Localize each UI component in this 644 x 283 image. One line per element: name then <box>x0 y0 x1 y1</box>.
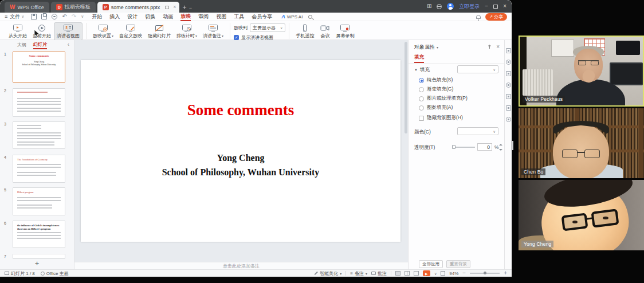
participants-scrollbar[interactable] <box>512 141 513 150</box>
sidebar-strip-icon-3[interactable] <box>506 71 511 76</box>
slide-affiliation[interactable]: School of Philosophy, Wuhan University <box>81 167 400 178</box>
redo-icon[interactable]: ↷ <box>72 14 76 19</box>
new-tab-button[interactable]: + <box>183 3 187 11</box>
window-close-button[interactable]: × <box>503 3 506 9</box>
tab-list-icon[interactable]: − <box>189 5 192 11</box>
rehearse-timing-button[interactable]: 排练计时▾ <box>174 22 200 41</box>
save-icon[interactable] <box>31 14 37 19</box>
avatar[interactable] <box>447 3 454 10</box>
panel-close-icon[interactable]: × <box>496 44 500 50</box>
play-slideshow-button[interactable]: ▶ <box>423 270 430 276</box>
slides-tab[interactable]: 幻灯片 <box>33 41 47 49</box>
show-presenter-checkbox[interactable]: ✓ <box>234 35 239 40</box>
zoom-in-button[interactable]: + <box>504 270 507 276</box>
minimize-button[interactable]: − <box>485 3 488 9</box>
tab-design[interactable]: 设计 <box>127 13 138 21</box>
sidebar-strip-icon-5[interactable] <box>506 94 511 99</box>
tab-animation[interactable]: 动画 <box>163 13 173 21</box>
normal-view-button[interactable] <box>395 271 400 276</box>
video-tile-chenbo[interactable]: Chen Bo <box>519 108 644 178</box>
spinner-down-icon[interactable] <box>499 149 502 151</box>
thumbnail-slide-7[interactable] <box>13 254 65 259</box>
wps-home-tab[interactable]: W WPS Office <box>5 2 49 13</box>
sidebar-strip-icon-4[interactable] <box>506 82 511 88</box>
spinner-up-icon[interactable] <box>499 144 502 146</box>
hamburger-icon[interactable]: ≡ <box>5 14 7 19</box>
pattern-fill-radio[interactable] <box>419 105 424 111</box>
hide-background-option[interactable]: 隐藏背景图形(H) <box>419 115 463 121</box>
solid-fill-radio[interactable] <box>419 78 424 83</box>
tab-insert[interactable]: 插入 <box>109 13 120 21</box>
file-menu[interactable]: 文件 <box>10 13 20 21</box>
thumbnail-slide-1[interactable]: Some comments Yong Cheng School of Philo… <box>13 52 65 82</box>
thumbnail-slide-5[interactable]: Hilbert program <box>13 187 65 215</box>
outline-tab[interactable]: 大纲 <box>17 42 26 48</box>
zoom-slider-thumb[interactable] <box>484 272 486 274</box>
wps-ai-button[interactable]: A WPS AI <box>281 14 303 19</box>
zoom-out-button[interactable]: − <box>462 270 466 276</box>
fit-window-icon[interactable] <box>441 271 445 276</box>
tab-view[interactable]: 视图 <box>216 13 226 21</box>
presenter-view-button[interactable]: 演讲者视图 <box>54 22 83 41</box>
sidebar-strip-icon-2[interactable] <box>506 60 511 65</box>
share-button[interactable]: ↗ 分享 <box>485 13 507 21</box>
phone-remote-button[interactable]: 手机遥控 <box>293 22 317 41</box>
globe-icon[interactable] <box>437 4 442 9</box>
login-link[interactable]: 立即登录 <box>459 3 480 10</box>
zoom-slider-track[interactable] <box>470 273 500 274</box>
file-caret-icon[interactable]: ∨ <box>21 14 24 19</box>
gradient-fill-radio[interactable] <box>419 87 424 92</box>
undo-icon[interactable]: ↶ <box>62 14 66 19</box>
hide-slide-button[interactable]: 隐藏幻灯片 <box>145 22 174 41</box>
slide-editor[interactable]: Some comments Yong Cheng School of Philo… <box>81 60 400 242</box>
canvas-scrollbar[interactable] <box>405 42 407 133</box>
thumbnail-slide-4[interactable]: The Foundations of Geometry <box>13 155 65 183</box>
maximize-button[interactable] <box>493 5 498 9</box>
fill-preset-select[interactable]: ∨ <box>457 65 498 73</box>
sidebar-strip-icon-6[interactable] <box>506 105 511 111</box>
solid-fill-option[interactable]: 纯色填充(S) <box>419 77 453 84</box>
transparency-slider-track[interactable] <box>453 147 475 148</box>
notes-bar[interactable]: 单击此处添加备注 <box>74 262 408 269</box>
zoom-level[interactable]: 94% <box>449 271 458 276</box>
fill-tab[interactable]: 填充 <box>414 54 424 63</box>
from-beginning-button[interactable]: 从头开始 <box>6 22 30 41</box>
comments-button[interactable]: 批注 <box>371 270 387 277</box>
show-settings-button[interactable]: 放映设置▾ <box>90 22 116 41</box>
gradient-fill-option[interactable]: 渐变填充(G) <box>419 86 453 93</box>
pin-icon[interactable] <box>487 44 492 49</box>
transparency-value-input[interactable]: 0 <box>477 143 492 151</box>
picture-fill-radio[interactable] <box>419 96 424 101</box>
document-tab[interactable]: P some comments.pptx × <box>97 2 179 13</box>
quick-access-more-icon[interactable]: ∨ <box>81 14 84 19</box>
docer-tab[interactable]: D 找稻壳模板 <box>51 2 96 13</box>
thumbnail-slide-3[interactable] <box>13 121 65 149</box>
reading-view-button[interactable] <box>414 271 419 276</box>
tab-transition[interactable]: 切换 <box>145 13 155 21</box>
meeting-button[interactable]: 会议 <box>317 22 333 41</box>
custom-show-button[interactable]: 自定义放映 <box>116 22 145 41</box>
tab-preview-icon[interactable] <box>165 6 169 9</box>
transparency-spinner[interactable] <box>499 144 503 151</box>
pattern-fill-option[interactable]: 图案填充(A) <box>419 104 453 111</box>
speaker-notes-button[interactable]: 演讲备注▾ <box>200 22 226 41</box>
tab-member[interactable]: 会员专享 <box>252 13 272 21</box>
slide-author[interactable]: Yong Cheng <box>81 153 400 163</box>
panel-title-caret-icon[interactable]: ▾ <box>437 45 438 49</box>
slide-sorter-view-button[interactable] <box>405 271 410 276</box>
cloud-sync-icon[interactable] <box>52 14 57 19</box>
notification-bell-icon[interactable] <box>476 15 481 19</box>
print-icon[interactable] <box>41 14 47 19</box>
reset-background-button[interactable]: 重置背景 <box>446 260 470 268</box>
picture-fill-option[interactable]: 图片或纹理填充(P) <box>419 95 468 102</box>
add-slide-button[interactable]: + <box>0 259 74 268</box>
collapse-panel-icon[interactable]: ‹ <box>68 41 69 48</box>
hide-background-checkbox[interactable] <box>419 116 424 121</box>
tab-tools[interactable]: 工具 <box>234 13 244 21</box>
sidebar-strip-icon-7[interactable] <box>506 117 511 122</box>
beautify-button[interactable]: 智能美化 ▾ <box>313 270 341 277</box>
transparency-slider-thumb[interactable] <box>452 145 455 149</box>
slide-title[interactable]: Some comments <box>81 101 400 119</box>
thumbnail-slide-2[interactable] <box>13 88 65 117</box>
video-tile-volker[interactable]: Volker Peckhaus <box>519 36 644 107</box>
